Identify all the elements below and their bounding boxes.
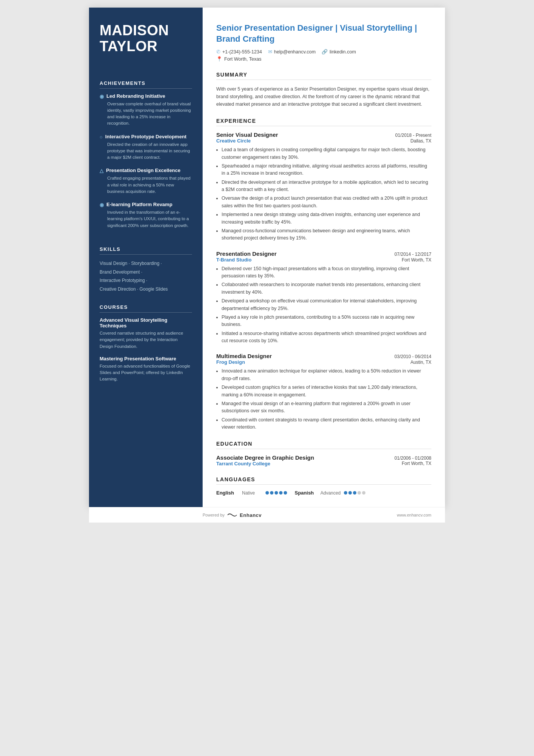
brand-name: Enhancv <box>240 512 262 518</box>
location-row: 📍 Fort Worth, Texas <box>216 56 431 62</box>
job-location: Fort Worth, TX <box>402 257 431 263</box>
courses-section-title: COURSES <box>100 304 192 313</box>
linkedin-contact: 🔗 linkedin.com <box>322 49 356 55</box>
achievement-desc: Oversaw complete overhaul of brand visua… <box>100 101 192 127</box>
bullet-item: Played a key role in pitch presentations… <box>222 314 431 329</box>
skills-section-title: SKILLS <box>100 246 192 255</box>
job-title: Senior Presentation Designer | Visual St… <box>216 23 431 44</box>
dot <box>362 491 365 495</box>
course-title: Mastering Presentation Software <box>100 356 192 362</box>
skill-item: Interactive Prototyping · <box>100 276 192 285</box>
skill-item: Visual Design · Storyboarding · <box>100 259 192 268</box>
summary-text: With over 5 years of experience as a Sen… <box>216 85 431 108</box>
bullet-item: Directed the development of an interacti… <box>222 179 431 194</box>
dot <box>353 491 356 495</box>
achievement-title-text: E-learning Platform Revamp <box>106 202 172 207</box>
bullet-item: Initiated a resource-sharing initiative … <box>222 330 431 345</box>
language-name: Spanish <box>295 490 317 496</box>
achievement-desc: Involved in the transformation of an e-l… <box>100 209 192 229</box>
achievement-icon: ◉ <box>100 202 104 208</box>
location-text: Fort Worth, Texas <box>224 56 261 62</box>
degree-text: Associate Degree in Graphic Design <box>216 454 314 461</box>
skill-item: Brand Development · <box>100 268 192 277</box>
course-desc: Covered narrative structuring and audien… <box>100 330 192 350</box>
course-title: Advanced Visual Storytelling Techniques <box>100 317 192 329</box>
email-contact: ✉ help@enhancv.com <box>268 49 316 55</box>
location-icon: 📍 <box>216 56 222 62</box>
contact-row: ✆ +1-(234)-555-1234 ✉ help@enhancv.com 🔗… <box>216 49 431 55</box>
achievements-section-title: ACHIEVEMENTS <box>100 80 192 89</box>
language-level: Advanced <box>320 490 341 496</box>
enhancv-logo-icon <box>227 512 237 518</box>
dot <box>275 491 278 495</box>
footer-url: www.enhancv.com <box>397 513 431 517</box>
job-title-text: Senior Visual Designer <box>216 131 278 138</box>
bullet-item: Coordinated with content strategists to … <box>222 416 431 431</box>
dot <box>344 491 347 495</box>
bullet-item: Delivered over 150 high-impact presentat… <box>222 265 431 280</box>
achievement-item: ○ Interactive Prototype Development Dire… <box>100 134 192 161</box>
dot <box>348 491 352 495</box>
achievement-title-text: Led Rebranding Initiative <box>106 93 165 99</box>
phone-icon: ✆ <box>216 49 220 55</box>
experience-item: Senior Visual Designer 01/2018 - Present… <box>216 131 431 242</box>
job-bullets: Innovated a new animation technique for … <box>216 368 431 431</box>
company-name: Frog Design <box>216 359 245 365</box>
language-name: English <box>216 490 239 496</box>
linkedin-url: linkedin.com <box>329 49 356 55</box>
bullet-item: Managed cross-functional communications … <box>222 227 431 242</box>
language-item: Spanish Advanced <box>295 490 365 496</box>
achievement-icon: ○ <box>100 134 103 140</box>
achievement-title-text: Interactive Prototype Development <box>105 134 187 139</box>
skill-item: Creative Direction · Google Slides <box>100 285 192 294</box>
bullet-item: Developed a workshop on effective visual… <box>222 297 431 312</box>
school-name: Tarrant County College <box>216 461 270 466</box>
job-date: 07/2014 - 12/2017 <box>395 252 431 257</box>
dot <box>358 491 361 495</box>
phone-contact: ✆ +1-(234)-555-1234 <box>216 49 262 55</box>
bullet-item: Managed the visual design of an e-learni… <box>222 400 431 415</box>
candidate-name: MADISON TAYLOR <box>100 23 192 55</box>
phone-number: +1-(234)-555-1234 <box>222 49 262 55</box>
edu-date: 01/2006 - 01/2008 <box>395 455 431 461</box>
powered-by-text: Powered by <box>203 513 225 517</box>
language-level: Native <box>242 490 262 496</box>
job-date: 03/2010 - 06/2014 <box>395 354 431 359</box>
experience-item: Presentation Designer 07/2014 - 12/2017 … <box>216 250 431 345</box>
education-section-title: EDUCATION <box>216 441 431 449</box>
course-desc: Focused on advanced functionalities of G… <box>100 363 192 383</box>
education-item: Associate Degree in Graphic Design 01/20… <box>216 454 431 466</box>
courses-list: Advanced Visual Storytelling Techniques … <box>100 317 192 389</box>
achievement-item: ◉ E-learning Platform Revamp Involved in… <box>100 202 192 229</box>
job-date: 01/2018 - Present <box>395 133 431 138</box>
dot <box>265 491 269 495</box>
sidebar: MADISON TAYLOR ACHIEVEMENTS ◉ Led Rebran… <box>89 8 203 507</box>
achievement-icon: △ <box>100 168 103 174</box>
dot <box>270 491 273 495</box>
link-icon: 🔗 <box>322 49 328 55</box>
summary-section-title: SUMMARY <box>216 72 431 80</box>
languages-section-title: LANGUAGES <box>216 476 431 485</box>
achievement-desc: Crafted engaging presentations that play… <box>100 175 192 195</box>
achievements-list: ◉ Led Rebranding Initiative Oversaw comp… <box>100 93 192 236</box>
achievement-item: △ Presentation Design Excellence Crafted… <box>100 167 192 195</box>
skills-list: Visual Design · Storyboarding · Brand De… <box>100 259 192 294</box>
achievement-item: ◉ Led Rebranding Initiative Oversaw comp… <box>100 93 192 127</box>
job-title-text: Multimedia Designer <box>216 353 272 359</box>
bullet-item: Collaborated with researchers to incorpo… <box>222 281 431 296</box>
job-bullets: Lead a team of designers in creating com… <box>216 146 431 242</box>
job-title-text: Presentation Designer <box>216 250 276 257</box>
email-address: help@enhancv.com <box>274 49 316 55</box>
experience-item: Multimedia Designer 03/2010 - 06/2014 Fr… <box>216 353 431 431</box>
bullet-item: Implemented a new design strategy using … <box>222 211 431 226</box>
achievement-desc: Directed the creation of an innovative a… <box>100 141 192 161</box>
footer: Powered by Enhancv www.enhancv.com <box>89 507 445 523</box>
languages-row: English Native Spanish Advanced <box>216 490 431 496</box>
dot <box>279 491 283 495</box>
main-content: Senior Presentation Designer | Visual St… <box>203 8 445 507</box>
achievement-icon: ◉ <box>100 94 104 99</box>
achievement-title-text: Presentation Design Excellence <box>106 167 181 173</box>
language-dots <box>344 491 365 495</box>
course-item: Mastering Presentation Software Focused … <box>100 356 192 383</box>
company-name: T-Brand Studio <box>216 257 251 263</box>
